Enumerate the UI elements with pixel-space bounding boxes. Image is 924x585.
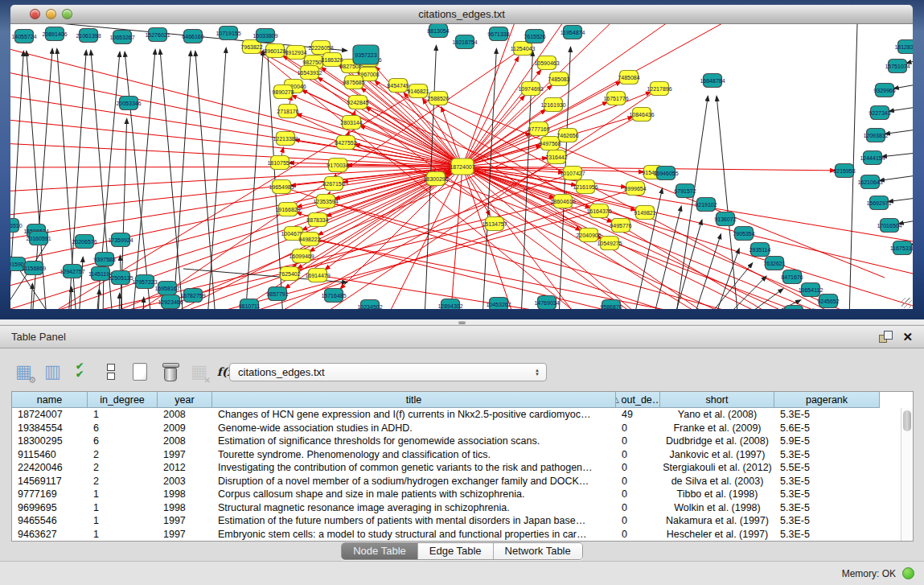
- table-cell: 2: [88, 475, 158, 488]
- table-cell: Disruption of a novel member of a sodium…: [212, 475, 616, 488]
- graph-node-label: 9397588: [93, 257, 115, 262]
- table-cell: Stergiakouli et al. (2012): [660, 461, 774, 475]
- graph-node-label: 10590463: [534, 60, 559, 66]
- row-height-icon[interactable]: [98, 360, 123, 384]
- table-row[interactable]: 1938455462009Genome-wide association stu…: [12, 422, 913, 435]
- table-type-segmented-control: Node TableEdge TableNetwork Table: [341, 542, 583, 560]
- table-cell: 1: [88, 514, 158, 528]
- graph-edge[interactable]: [741, 289, 782, 309]
- graph-edge[interactable]: [885, 130, 913, 134]
- table-cell: 5.3E-5: [774, 448, 880, 462]
- graph-edge[interactable]: [882, 153, 913, 157]
- resize-grip[interactable]: [901, 298, 912, 308]
- table-cell: 0: [616, 528, 660, 542]
- graph-edge[interactable]: [462, 167, 836, 309]
- graph-edge[interactable]: [724, 277, 766, 309]
- graph-edge[interactable]: [889, 107, 913, 111]
- graph-edge[interactable]: [10, 143, 462, 167]
- select-all-icon[interactable]: [69, 360, 94, 384]
- graph-edge[interactable]: [10, 47, 462, 167]
- table-cell: 5.3E-5: [774, 528, 880, 542]
- memory-ok-indicator-icon[interactable]: [902, 567, 914, 579]
- table-row[interactable]: 977716911998Corpus callosum shape and si…: [12, 488, 913, 501]
- combobox-value: citations_edges.txt: [238, 366, 530, 378]
- graph-node-label: 18300295: [423, 176, 448, 182]
- table-cell: 5.3E-5: [774, 488, 880, 501]
- graph-edge[interactable]: [207, 48, 226, 309]
- graph-node-label: 10549275: [597, 241, 622, 246]
- tab-edge-table[interactable]: Edge Table: [417, 543, 493, 559]
- graph-edge[interactable]: [894, 84, 913, 89]
- table-row[interactable]: 946362711997Embryonic stem cells: a mode…: [12, 528, 913, 542]
- table-cell: 0: [616, 422, 660, 435]
- graph-node-label: 9810711: [239, 303, 261, 309]
- show-columns-icon[interactable]: [40, 360, 65, 384]
- table-cell: Corpus callosum shape and size in male p…: [212, 488, 616, 501]
- graph-node-label: 7485083: [548, 76, 569, 82]
- graph-edge[interactable]: [10, 243, 50, 309]
- graph-edge[interactable]: [717, 97, 738, 309]
- graph-node-label: 10654112: [799, 287, 823, 293]
- graph-edge[interactable]: [133, 50, 155, 309]
- table-cell: 9699695: [12, 501, 88, 515]
- graph-edge[interactable]: [297, 114, 462, 167]
- column-header-label: short: [706, 394, 729, 406]
- graph-edge[interactable]: [119, 294, 120, 309]
- graph-node-label: 14055724: [11, 34, 36, 39]
- column-header-short[interactable]: short: [660, 392, 774, 408]
- float-panel-icon[interactable]: [879, 331, 893, 343]
- vertical-scrollbar[interactable]: [901, 408, 913, 541]
- window-titlebar[interactable]: citations_edges.txt: [10, 5, 913, 24]
- graph-edge[interactable]: [173, 51, 191, 309]
- scrollbar-thumb[interactable]: [903, 410, 911, 431]
- column-header-in_degree[interactable]: in_degree: [88, 392, 158, 408]
- graph-node-label: 2803144: [340, 120, 362, 126]
- table-cell: 0: [616, 488, 660, 501]
- node-table: namein_degreeyeartitle△out_de…shortpager…: [11, 391, 914, 542]
- table-mode-icon[interactable]: [11, 360, 36, 384]
- panel-splitter[interactable]: [0, 319, 924, 325]
- graph-edge[interactable]: [462, 167, 913, 274]
- graph-node-label: 9170034: [326, 163, 348, 168]
- new-file-icon[interactable]: [127, 360, 152, 384]
- graph-edge[interactable]: [889, 198, 913, 201]
- graph-node[interactable]: [785, 306, 803, 310]
- graph-node-label: 18107554: [267, 160, 292, 166]
- network-view-window: citations_edges.txt 18724007183002951221…: [0, 0, 924, 319]
- table-row[interactable]: 969969511998Structural magnetic resonanc…: [12, 501, 913, 515]
- graph-node-label: 22226058: [308, 45, 333, 51]
- graph-edge[interactable]: [10, 167, 462, 240]
- table-cell: 2003: [158, 475, 212, 488]
- table-row[interactable]: 2242004622012Investigating the contribut…: [12, 461, 913, 475]
- graph-node-label: 25206510: [10, 223, 23, 229]
- graph-edge[interactable]: [292, 96, 462, 167]
- splitter-handle-icon[interactable]: [458, 321, 466, 324]
- graph-edge[interactable]: [10, 119, 462, 167]
- graph-edge[interactable]: [125, 52, 151, 309]
- column-header-year[interactable]: year: [158, 392, 212, 408]
- table-row[interactable]: 946554611997Estimation of the future num…: [12, 514, 913, 528]
- graph-edge[interactable]: [71, 287, 72, 309]
- table-row[interactable]: 1872400712008Changes of HCN gene express…: [12, 408, 913, 422]
- column-header-name[interactable]: name: [12, 392, 88, 408]
- table-row[interactable]: 911546021997Tourette syndrome. Phenomeno…: [12, 448, 913, 462]
- close-panel-icon[interactable]: [902, 331, 913, 343]
- graph-node-label: 12217896: [647, 86, 671, 92]
- network-canvas[interactable]: 1872400718300295122133891810755491700348…: [10, 24, 913, 309]
- table-selector-combobox[interactable]: citations_edges.txt ▲▼: [229, 363, 547, 381]
- graph-node-label: 10719155: [216, 31, 240, 36]
- tab-node-table[interactable]: Node Table: [342, 543, 417, 559]
- table-row[interactable]: 1456911722003Disruption of a novel membe…: [12, 475, 913, 488]
- column-header-out_de[interactable]: △out_de…: [616, 392, 660, 408]
- column-header-pagerank[interactable]: pagerank: [774, 392, 880, 408]
- graph-node-label: 15751074: [885, 64, 910, 69]
- citation-network-graph[interactable]: 1872400718300295122133891810755491700348…: [10, 24, 913, 309]
- table-cell: Franke et al. (2009): [660, 422, 774, 435]
- table-cell: 0: [616, 514, 660, 528]
- table-row[interactable]: 1830029562008Estimation of significance …: [12, 435, 913, 448]
- column-header-title[interactable]: title: [212, 392, 616, 408]
- graph-edge[interactable]: [880, 175, 913, 180]
- trash-icon[interactable]: [158, 360, 183, 384]
- table-cell: 18300295: [12, 435, 88, 448]
- tab-network-table[interactable]: Network Table: [493, 543, 582, 559]
